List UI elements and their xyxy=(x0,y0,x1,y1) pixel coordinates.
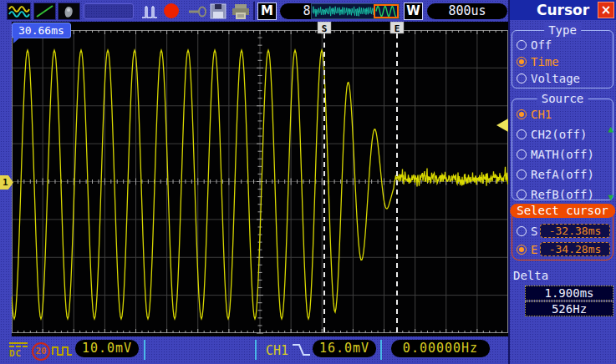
square-wave-glyph xyxy=(52,344,74,356)
coupling-icon: DC xyxy=(9,342,28,359)
delta-frequency-value: 526Hz xyxy=(525,301,613,316)
screw-glyph xyxy=(187,3,208,20)
radio-icon xyxy=(517,169,527,179)
coupling-label: DC xyxy=(9,348,28,359)
type-option-time[interactable]: Time xyxy=(517,54,609,69)
cursor-e-label: E xyxy=(395,23,400,34)
statusbar-separator xyxy=(255,340,257,360)
cursor-e-value: -34.28ms xyxy=(540,242,610,256)
pulse-icon[interactable] xyxy=(140,3,160,20)
status-bar: DC 20 10.0mV CH1 16.0mV 0.00000Hz xyxy=(0,337,616,364)
zoom-window-thumbnail[interactable] xyxy=(311,3,400,19)
scroll-down-icon[interactable]: ▼ xyxy=(608,194,613,202)
graticule-area: S E xyxy=(12,22,508,336)
radio-selected-icon xyxy=(517,109,527,119)
type-group: Type Off Time Voltage xyxy=(512,30,613,88)
blank-button[interactable] xyxy=(84,3,134,19)
trigger-source-label: CH1 xyxy=(266,343,288,358)
save-glyph xyxy=(209,3,227,20)
waveform-channels-glyph xyxy=(8,3,30,19)
radio-icon xyxy=(517,149,527,159)
radio-icon xyxy=(517,40,527,50)
source-group-label: Source xyxy=(537,92,588,105)
type-group-label: Type xyxy=(544,23,581,37)
cursor-menu-panel: Cursor × Type Off Time Voltage Source CH… xyxy=(510,0,616,364)
source-option-math[interactable]: MATH(off) xyxy=(517,147,609,162)
source-option-refb[interactable]: RefB(off) xyxy=(517,187,609,202)
statusbar-separator xyxy=(380,340,382,360)
radio-selected-icon xyxy=(517,57,527,67)
radio-icon xyxy=(517,190,527,200)
waveform-channels-icon[interactable] xyxy=(7,3,31,20)
screw-icon[interactable] xyxy=(187,3,208,20)
radio-icon xyxy=(517,226,527,236)
close-icon[interactable]: × xyxy=(598,2,614,18)
statusbar-separator xyxy=(144,340,145,360)
ramp-glyph xyxy=(34,3,55,19)
scope-canvas: S E xyxy=(12,22,508,336)
radio-selected-icon xyxy=(517,245,527,255)
snapshot-icon[interactable] xyxy=(58,3,80,20)
record-glyph xyxy=(162,3,182,20)
record-icon[interactable] xyxy=(162,3,182,20)
bandwidth-limit-icon: 20 xyxy=(32,342,50,361)
select-cursor-label: Select cursor xyxy=(510,204,615,218)
trigger-level-marker[interactable] xyxy=(496,119,508,132)
cursor-s-label: S xyxy=(322,23,328,34)
type-option-voltage[interactable]: Voltage xyxy=(517,71,609,86)
window-timebase-readout: 800us xyxy=(427,3,507,19)
ch1-scale-readout: 10.0mV xyxy=(75,340,139,357)
delay-readout-tag: 30.66ms xyxy=(12,23,71,38)
thumbnail-wave xyxy=(312,4,399,18)
window-timebase-button[interactable]: W xyxy=(404,3,423,20)
cursor-s-value: -32.38ms xyxy=(540,224,610,238)
source-option-ch1[interactable]: CH1 xyxy=(517,107,609,122)
invert-wave-icon xyxy=(52,344,74,360)
print-glyph xyxy=(231,3,252,20)
select-cursor-group: Select cursor S -32.38ms E -34.28ms xyxy=(512,210,613,260)
toolbar-separator xyxy=(253,2,255,20)
source-option-ch2[interactable]: CH2(off) xyxy=(517,127,609,142)
oscilloscope-screen: M 800us W 800us S xyxy=(0,0,616,364)
delta-time-value: 1.900ms xyxy=(525,286,613,301)
scroll-up-icon[interactable]: ▲ xyxy=(608,125,613,134)
radio-icon xyxy=(517,73,527,83)
falling-edge-glyph xyxy=(292,341,312,358)
main-timebase-button[interactable]: M xyxy=(257,3,277,20)
source-option-refa[interactable]: RefA(off) xyxy=(517,167,609,182)
source-group: Source CH1 CH2(off) MATH(off) RefA(off) … xyxy=(512,99,613,200)
snapshot-glyph xyxy=(59,3,79,19)
delta-label: Delta xyxy=(513,269,548,282)
type-option-off[interactable]: Off xyxy=(517,38,609,53)
trigger-level-readout: 16.0mV xyxy=(313,340,376,357)
trigger-frequency-readout: 0.00000Hz xyxy=(391,340,490,357)
save-icon[interactable] xyxy=(209,3,227,20)
falling-edge-icon xyxy=(292,341,312,361)
radio-icon xyxy=(517,129,527,139)
pulse-glyph xyxy=(140,3,160,20)
delay-tag-pointer xyxy=(13,38,20,43)
ramp-icon[interactable] xyxy=(33,3,56,20)
print-icon[interactable] xyxy=(231,3,252,20)
